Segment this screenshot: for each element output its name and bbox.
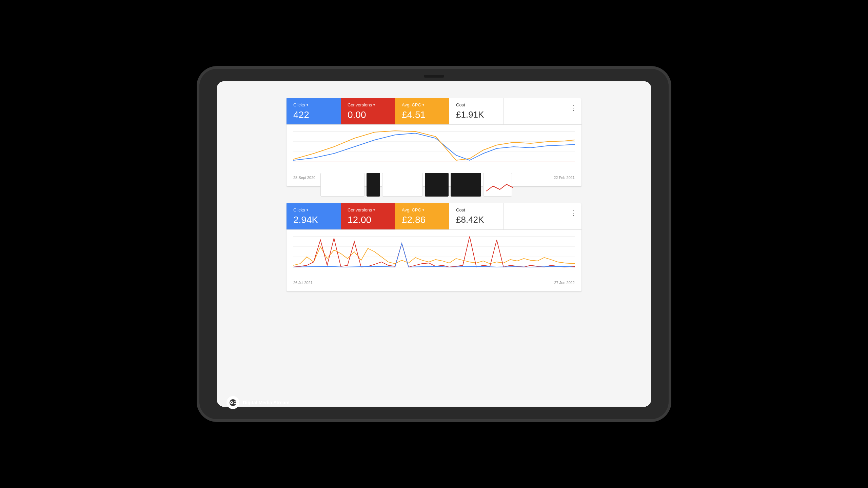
svg-point-10 xyxy=(231,402,232,403)
card2-metrics: Clicks ▾ 2.94K Conversions ▾ 12.00 xyxy=(287,203,581,230)
card1-cost-tile: Cost £1.91K xyxy=(449,98,504,124)
card1-avgcpc-value: £4.51 xyxy=(402,109,442,120)
card2-more-button[interactable]: ⋮ xyxy=(570,209,577,217)
card1-metrics: Clicks ▾ 422 Conversions ▾ 0.00 xyxy=(287,98,581,125)
card2-avgcpc-dropdown[interactable]: ▾ xyxy=(422,208,424,212)
card2-cost-label: Cost xyxy=(456,207,496,212)
card1-date-end: 22 Feb 2021 xyxy=(554,176,575,180)
card2-clicks-label: Clicks ▾ xyxy=(293,207,334,212)
card1-cost-label: Cost xyxy=(456,102,496,107)
logo-text: Digital Media Stream xyxy=(243,400,290,406)
card1-avgcpc-tile[interactable]: Avg. CPC ▾ £4.51 xyxy=(395,98,449,124)
card1-conversions-value: 0.00 xyxy=(348,109,388,120)
card2-date-start: 26 Jul 2021 xyxy=(293,281,313,285)
overlay-block-1 xyxy=(320,173,364,197)
card1-avgcpc-label: Avg. CPC ▾ xyxy=(402,102,442,107)
card1-date-start: 28 Sept 2020 xyxy=(293,176,315,180)
overlay-block-4 xyxy=(425,173,449,197)
card2-date-end: 27 Jun 2022 xyxy=(554,281,575,285)
avgcpc-dropdown-arrow[interactable]: ▾ xyxy=(422,103,424,107)
clicks-dropdown-arrow[interactable]: ▾ xyxy=(307,103,308,107)
card2-avgcpc-label: Avg. CPC ▾ xyxy=(402,207,442,212)
card1-conversions-tile[interactable]: Conversions ▾ 0.00 xyxy=(341,98,395,124)
tablet-screen: Clicks ▾ 422 Conversions ▾ 0.00 xyxy=(217,81,651,407)
card2-clicks-tile[interactable]: Clicks ▾ 2.94K xyxy=(287,203,341,229)
card2-conversions-dropdown[interactable]: ▾ xyxy=(373,208,375,212)
card2-avgcpc-tile[interactable]: Avg. CPC ▾ £2.86 xyxy=(395,203,449,229)
overlay-block-3 xyxy=(382,173,423,197)
card1-cost-value: £1.91K xyxy=(456,109,496,120)
card2-conversions-value: 12.00 xyxy=(348,215,388,225)
tablet-camera xyxy=(424,75,444,78)
card2-chart xyxy=(293,233,575,277)
card2-chart-dates: 26 Jul 2021 27 Jun 2022 xyxy=(293,281,575,285)
card2-chart-area: 26 Jul 2021 27 Jun 2022 xyxy=(287,230,581,291)
card2-cost-tile: Cost £8.42K xyxy=(449,203,504,229)
overlay-block-2 xyxy=(367,173,380,197)
card2-clicks-value: 2.94K xyxy=(293,215,334,225)
card1-clicks-label: Clicks ▾ xyxy=(293,102,334,107)
overlay-block-6 xyxy=(483,173,512,197)
card2-avgcpc-value: £2.86 xyxy=(402,215,442,225)
card2-cost-value: £8.42K xyxy=(456,215,496,225)
card1-clicks-tile[interactable]: Clicks ▾ 422 xyxy=(287,98,341,124)
overlay-block-5 xyxy=(451,173,481,197)
logo-area: Digital Media Stream xyxy=(226,396,290,409)
card2-clicks-dropdown[interactable]: ▾ xyxy=(307,208,308,212)
overlay-blocks xyxy=(320,173,512,197)
tablet-device: Clicks ▾ 422 Conversions ▾ 0.00 xyxy=(197,66,671,422)
card1-chart xyxy=(293,128,575,172)
card2-conversions-label: Conversions ▾ xyxy=(348,207,388,212)
card1-more-button[interactable]: ⋮ xyxy=(570,104,577,112)
card2-conversions-tile[interactable]: Conversions ▾ 12.00 xyxy=(341,203,395,229)
dashboard-card-2: Clicks ▾ 2.94K Conversions ▾ 12.00 xyxy=(287,203,581,291)
screen-content: Clicks ▾ 422 Conversions ▾ 0.00 xyxy=(217,81,651,407)
card1-clicks-value: 422 xyxy=(293,109,334,120)
logo-icon xyxy=(226,396,239,409)
card1-conversions-label: Conversions ▾ xyxy=(348,102,388,107)
conversions-dropdown-arrow[interactable]: ▾ xyxy=(373,103,375,107)
